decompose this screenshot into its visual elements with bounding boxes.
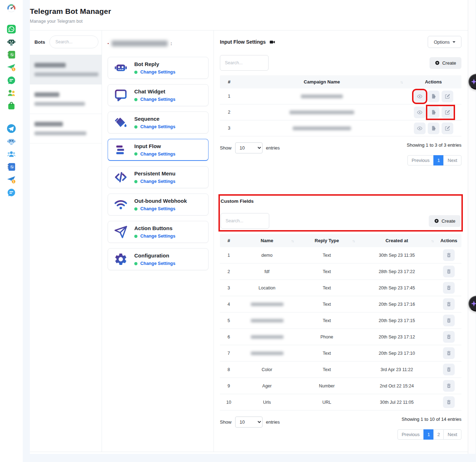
delete-button[interactable] bbox=[443, 331, 455, 343]
page-1-button[interactable]: 1 bbox=[423, 429, 434, 440]
chat-lines-blue-icon[interactable] bbox=[6, 187, 17, 198]
send-coin-green-icon[interactable]: 1 bbox=[6, 62, 17, 73]
blurred-bot-name bbox=[34, 63, 66, 67]
next-page-button[interactable]: Next bbox=[443, 155, 461, 165]
status-dot bbox=[134, 262, 137, 265]
delete-button[interactable] bbox=[443, 347, 455, 359]
row-index: 2 bbox=[220, 269, 238, 274]
delete-button[interactable] bbox=[443, 396, 455, 408]
trash-icon bbox=[446, 334, 452, 340]
users-blue-icon[interactable] bbox=[6, 149, 17, 159]
col-index[interactable]: # bbox=[220, 238, 238, 243]
col-created-at[interactable]: Created at↑↓ bbox=[357, 238, 436, 243]
export-button[interactable] bbox=[428, 107, 439, 118]
create-campaign-button[interactable]: Create bbox=[429, 57, 461, 69]
previous-page-button[interactable]: Previous bbox=[397, 429, 424, 440]
card-outbound-webhook[interactable]: Out-bound Webhook Change Settings bbox=[108, 194, 209, 216]
card-action-buttons[interactable]: Action Buttons Change Settings bbox=[108, 221, 209, 243]
delete-button[interactable] bbox=[443, 298, 455, 310]
page-1-button[interactable]: 1 bbox=[433, 155, 444, 165]
change-settings-link[interactable]: Change Settings bbox=[140, 206, 175, 211]
bot-list-item[interactable] bbox=[30, 55, 102, 85]
change-settings-link[interactable]: Change Settings bbox=[140, 234, 175, 239]
col-reply-type[interactable]: Reply Type↑↓ bbox=[296, 238, 357, 243]
change-settings-link[interactable]: Change Settings bbox=[140, 179, 175, 184]
card-chat-widget[interactable]: Chat Widget Change Settings bbox=[108, 84, 209, 106]
contacts-phone-green-icon[interactable] bbox=[6, 49, 17, 60]
bots-search-input[interactable] bbox=[49, 36, 98, 48]
view-eye-button[interactable] bbox=[414, 91, 426, 102]
custom-field-row: 5 Text 20th Sep 23 17:15 bbox=[220, 312, 461, 329]
status-dot bbox=[134, 180, 137, 183]
card-input-flow[interactable]: Input Flow Change Settings bbox=[108, 139, 209, 161]
shopping-bag-icon[interactable] bbox=[6, 100, 17, 111]
create-custom-field-button[interactable]: Create bbox=[429, 215, 461, 227]
view-eye-button[interactable] bbox=[414, 123, 426, 134]
change-settings-link[interactable]: Change Settings bbox=[140, 70, 175, 75]
bot-list-item[interactable] bbox=[30, 114, 102, 143]
sort-icon[interactable]: ↑↓ bbox=[400, 80, 403, 84]
sort-icon[interactable]: ↑↓ bbox=[431, 239, 434, 243]
export-button[interactable] bbox=[428, 123, 439, 134]
contacts-phone-blue-icon[interactable] bbox=[6, 162, 17, 172]
custom-fields-search-input[interactable] bbox=[221, 213, 269, 229]
bot-list-item[interactable] bbox=[30, 85, 102, 114]
bot-status-dot bbox=[108, 43, 109, 44]
delete-button[interactable] bbox=[443, 266, 455, 277]
campaigns-table: # Campaign Name↑↓ Actions 1 bbox=[220, 75, 461, 136]
next-page-button[interactable]: Next bbox=[443, 429, 461, 440]
previous-page-button[interactable]: Previous bbox=[407, 155, 434, 165]
whatsapp-icon[interactable] bbox=[6, 24, 17, 34]
dashboard-gauge-icon[interactable] bbox=[6, 2, 17, 13]
change-settings-link[interactable]: Change Settings bbox=[140, 124, 175, 129]
card-sequence[interactable]: Sequence Change Settings bbox=[108, 112, 209, 134]
bots-label: Bots bbox=[34, 39, 45, 45]
field-name: Ager bbox=[238, 384, 296, 388]
team-puzzle-icon[interactable] bbox=[6, 88, 17, 98]
sort-icon[interactable]: ↑↓ bbox=[291, 239, 294, 243]
col-campaign-name[interactable]: Campaign Name↑↓ bbox=[238, 79, 405, 85]
edit-button[interactable] bbox=[442, 91, 453, 102]
change-settings-link[interactable]: Change Settings bbox=[140, 261, 175, 266]
delete-button[interactable] bbox=[443, 364, 455, 375]
robot-blue-icon[interactable] bbox=[6, 136, 17, 147]
change-settings-link[interactable]: Change Settings bbox=[140, 97, 175, 102]
edit-button[interactable] bbox=[442, 123, 453, 134]
custom-field-row: 4 Text 20th Sep 23 17:16 bbox=[220, 296, 461, 312]
col-index[interactable]: # bbox=[220, 79, 238, 85]
page-2-button[interactable]: 2 bbox=[433, 429, 444, 440]
scrollbar-gutter[interactable] bbox=[468, 0, 476, 454]
card-persistent-menu[interactable]: Persistent Menu Change Settings bbox=[108, 166, 209, 188]
sort-icon[interactable]: ↑↓ bbox=[352, 239, 355, 243]
row-index: 2 bbox=[220, 110, 238, 115]
page-header: Telegram Bot Manager Manage your Telegra… bbox=[30, 0, 468, 24]
delete-button[interactable] bbox=[443, 380, 455, 392]
entries-select[interactable]: 10 bbox=[235, 142, 263, 153]
custom-field-row: 6 Phone 20th Sep 23 17:12 bbox=[220, 329, 461, 345]
options-button[interactable]: Options bbox=[428, 36, 461, 48]
campaign-search-input[interactable] bbox=[220, 55, 269, 71]
blurred-bot-username bbox=[34, 72, 98, 76]
row-index: 8 bbox=[220, 367, 238, 372]
col-name[interactable]: Name↑↓ bbox=[238, 238, 296, 243]
blurred-campaign-name bbox=[238, 110, 405, 114]
robot-green-icon[interactable] bbox=[6, 37, 17, 47]
export-button[interactable] bbox=[428, 91, 439, 102]
delete-button[interactable] bbox=[443, 249, 455, 261]
col-actions: Actions bbox=[436, 238, 461, 243]
delete-button[interactable] bbox=[443, 282, 455, 294]
field-name: demo bbox=[238, 253, 296, 258]
entries-select[interactable]: 10 bbox=[235, 417, 263, 428]
chat-lines-green-icon[interactable] bbox=[6, 75, 17, 86]
view-eye-button[interactable] bbox=[414, 107, 426, 118]
edit-button[interactable] bbox=[442, 107, 453, 118]
change-settings-link[interactable]: Change Settings bbox=[140, 152, 175, 157]
send-coin-blue-icon[interactable]: 1 bbox=[6, 174, 17, 185]
telegram-icon[interactable] bbox=[6, 123, 17, 134]
delete-button[interactable] bbox=[443, 315, 455, 326]
card-bot-reply[interactable]: Bot Reply Change Settings bbox=[108, 57, 209, 79]
edit-icon bbox=[444, 109, 450, 115]
col-label: Name bbox=[261, 238, 273, 243]
video-camera-icon[interactable] bbox=[269, 39, 275, 45]
card-configuration[interactable]: Configuration Change Settings bbox=[108, 248, 209, 270]
